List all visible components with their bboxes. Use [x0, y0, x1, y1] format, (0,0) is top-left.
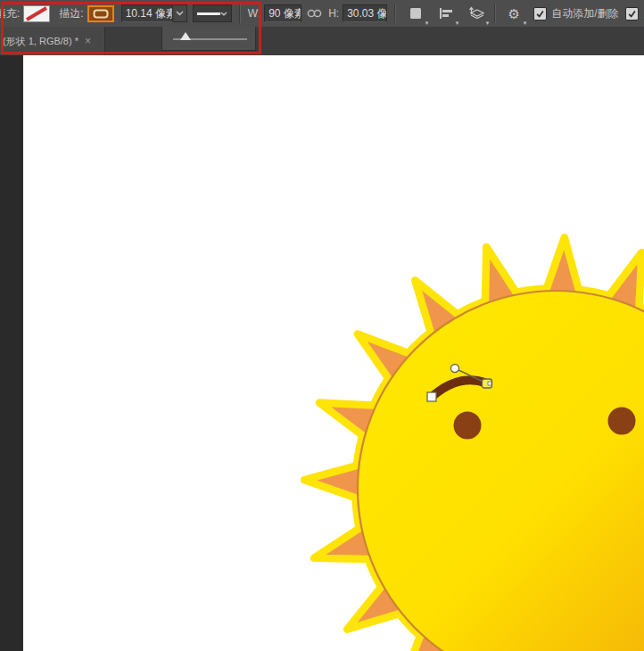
document-tab[interactable]: (形状 1, RGB/8) * ×: [0, 27, 105, 55]
fill-swatch[interactable]: [23, 5, 50, 22]
height-label: H:: [328, 7, 339, 20]
separator: [494, 4, 496, 23]
path-operations-button[interactable]: ▾: [407, 4, 425, 23]
chevron-down-icon: [220, 12, 227, 16]
caret-down-icon: ▾: [524, 20, 527, 26]
solid-line-icon: [197, 12, 220, 15]
path-alignment-button[interactable]: ▾: [437, 4, 455, 23]
stroke-width-input[interactable]: 10.14 像素: [121, 4, 173, 22]
panel-edge-strip: [0, 55, 23, 651]
path-operations-icon: [409, 7, 422, 20]
link-dimensions-button[interactable]: [305, 4, 323, 23]
slider-thumb[interactable]: [180, 32, 191, 40]
document-canvas[interactable]: [23, 55, 644, 651]
auto-add-delete-checkbox[interactable]: [533, 7, 547, 21]
caret-down-icon: ▾: [456, 20, 459, 26]
stroke-width-slider-popup: [161, 27, 256, 51]
separator: [394, 4, 396, 23]
caret-down-icon: ▾: [425, 20, 429, 26]
stroke-type-select[interactable]: [193, 4, 232, 22]
stroke-label: 描边:: [59, 6, 83, 21]
checkmark-icon: [535, 9, 545, 19]
document-tab-bar: (形状 1, RGB/8) * ×: [0, 27, 644, 55]
no-fill-icon: [24, 6, 49, 21]
shape-width-input[interactable]: 90 像素: [264, 4, 301, 22]
path-arrange-icon: [468, 6, 484, 21]
link-icon: [307, 8, 322, 19]
close-icon[interactable]: ×: [85, 36, 91, 46]
stroke-swatch[interactable]: [87, 5, 114, 22]
fill-label: 填充:: [0, 6, 20, 21]
shape-height-input[interactable]: 30.03 像素: [343, 4, 387, 22]
separator: [239, 4, 241, 23]
checkmark-icon: [627, 9, 637, 19]
sun-artwork: [23, 55, 644, 651]
path-align-icon: [439, 7, 453, 20]
caret-down-icon: ▾: [486, 20, 490, 26]
gear-icon: ⚙: [508, 7, 519, 21]
chevron-down-icon: [176, 11, 184, 16]
stroke-width-dropdown-button[interactable]: [173, 4, 187, 22]
auto-add-delete-label: 自动添加/删除: [551, 6, 618, 21]
width-label: W:: [248, 7, 260, 20]
tool-settings-button[interactable]: ⚙ ▾: [505, 4, 523, 23]
path-arrangement-button[interactable]: ▾: [467, 4, 485, 23]
stroke-rect-icon: [93, 9, 109, 19]
align-edges-checkbox[interactable]: [625, 7, 639, 21]
document-tab-title: (形状 1, RGB/8) *: [3, 35, 78, 48]
tool-options-bar: 填充: 描边: 10.14 像素 W: 90 像素 H: 30.03 像素: [0, 0, 644, 28]
